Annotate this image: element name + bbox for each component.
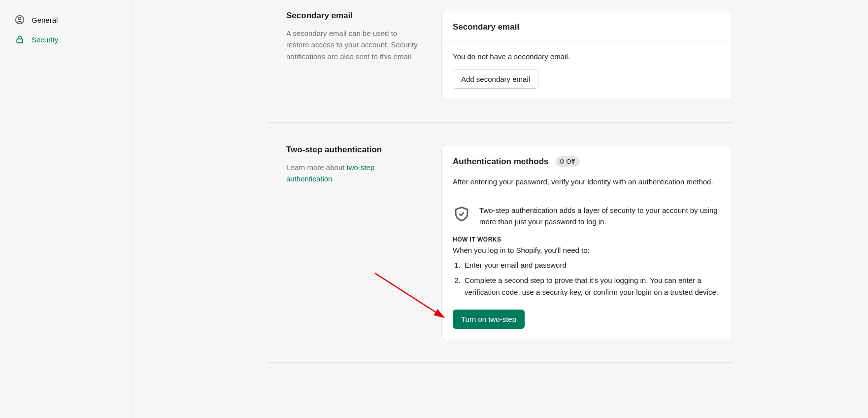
shield-check-icon bbox=[453, 205, 471, 227]
section-desc: Secondary email A secondary email can be… bbox=[269, 11, 422, 100]
how-it-works-label: HOW IT WORKS bbox=[442, 231, 732, 246]
section-subtitle: A secondary email can be used to restore… bbox=[286, 28, 422, 62]
user-circle-icon bbox=[15, 15, 25, 25]
status-label: Off bbox=[567, 158, 575, 165]
settings-sidebar: General Security bbox=[0, 0, 133, 418]
card-header: Authentication methods Off After enterin… bbox=[442, 145, 732, 195]
how-it-works-steps: Enter your email and password Complete a… bbox=[442, 259, 732, 298]
sidebar-item-label: Security bbox=[32, 35, 58, 44]
section-subtitle: Learn more about two-step authentication bbox=[286, 162, 422, 185]
lock-icon bbox=[15, 35, 25, 44]
section-title: Secondary email bbox=[286, 11, 422, 21]
card-title: Secondary email bbox=[453, 22, 519, 32]
section-divider bbox=[269, 362, 732, 363]
page-layout: General Security Secondary email A secon… bbox=[0, 0, 868, 418]
svg-point-1 bbox=[19, 17, 21, 20]
add-secondary-email-button[interactable]: Add secondary email bbox=[453, 70, 538, 89]
empty-state-text: You do not have a secondary email. bbox=[453, 52, 721, 61]
step-item: Enter your email and password bbox=[463, 259, 721, 271]
section-two-step: Two-step authentication Learn more about… bbox=[269, 122, 732, 362]
sidebar-item-security[interactable]: Security bbox=[0, 30, 133, 49]
card-body: You do not have a secondary email. Add s… bbox=[442, 41, 732, 100]
card-header: Secondary email bbox=[442, 11, 732, 41]
learn-prefix: Learn more about bbox=[286, 163, 347, 172]
section-secondary-email: Secondary email A secondary email can be… bbox=[269, 11, 732, 122]
auth-methods-card: Authentication methods Off After enterin… bbox=[441, 145, 732, 340]
how-it-works-intro: When you log in to Shopify, you'll need … bbox=[442, 246, 732, 259]
section-desc: Two-step authentication Learn more about… bbox=[269, 145, 422, 340]
status-dot-icon bbox=[560, 159, 564, 164]
step-item: Complete a second step to prove that it'… bbox=[463, 275, 721, 298]
settings-content: Secondary email A secondary email can be… bbox=[269, 0, 732, 418]
svg-rect-2 bbox=[17, 39, 23, 43]
shield-text: Two-step authentication adds a layer of … bbox=[479, 205, 721, 227]
sidebar-item-label: General bbox=[32, 16, 58, 24]
sidebar-item-general[interactable]: General bbox=[0, 10, 133, 30]
card-title: Authentication methods bbox=[453, 157, 549, 167]
section-title: Two-step authentication bbox=[286, 145, 422, 155]
cta-row: Turn on two-step bbox=[442, 302, 732, 340]
shield-info-row: Two-step authentication adds a layer of … bbox=[442, 195, 732, 231]
card-subtext: After entering your password, verify you… bbox=[453, 177, 721, 186]
status-badge: Off bbox=[556, 156, 580, 167]
secondary-email-card: Secondary email You do not have a second… bbox=[441, 11, 732, 100]
turn-on-two-step-button[interactable]: Turn on two-step bbox=[453, 310, 525, 329]
